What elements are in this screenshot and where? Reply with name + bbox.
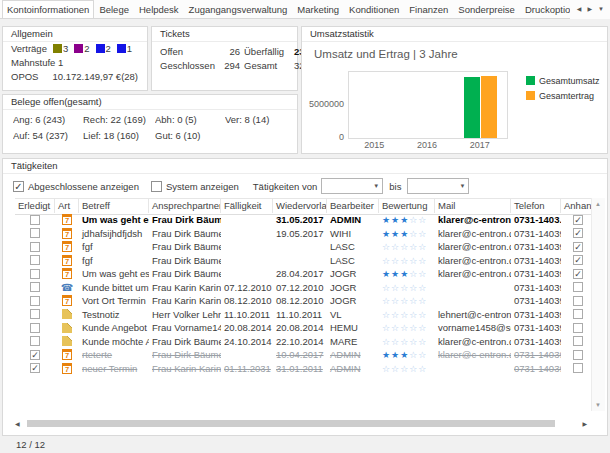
belege-grid: Ang: 6 (243) Auf: 54 (237) Rech: 22 (169…	[3, 110, 297, 144]
table-row[interactable]: 7Vort Ort TerminFrau Karin Karin08.12.20…	[15, 294, 595, 308]
scroll-up-icon[interactable]: ▲	[595, 201, 601, 207]
vertraege-label: Verträge	[11, 43, 47, 54]
calendar-icon: 7	[62, 349, 72, 360]
tab-more-icon[interactable]: ▼	[598, 6, 604, 12]
cell-mail: klarer@c-entron.de	[435, 213, 511, 227]
erledigt-checkbox[interactable]	[30, 255, 40, 265]
erledigt-checkbox[interactable]	[30, 269, 40, 279]
cell-betreff: jdhafsijhdfjdsh	[79, 227, 149, 241]
column-header-telefon[interactable]: Telefon	[511, 199, 561, 213]
table-row[interactable]: ✓7neuer TerminFrau Karin Karin01.11.2031…	[15, 362, 595, 376]
show-system-checkbox[interactable]	[151, 181, 162, 192]
calendar-icon: 7	[62, 214, 72, 225]
anhang-checkbox[interactable]	[573, 282, 583, 292]
table-row[interactable]: 7fgfFrau Dirk BäumerLASC☆☆☆☆☆klarer@c-en…	[15, 240, 595, 254]
column-header-betreff[interactable]: Betreff	[79, 199, 149, 213]
vertical-scrollbar[interactable]: ▲ ▼	[591, 198, 605, 411]
table-row[interactable]: ✓7rteterteFrau Dirk Bäumer10.04.2017ADMI…	[15, 348, 595, 362]
column-header-ansprechpartner[interactable]: Ansprechpartner	[149, 199, 221, 213]
column-header-art[interactable]: Art	[55, 199, 79, 213]
cell-bearbeiter: VL	[327, 308, 379, 322]
erledigt-checkbox[interactable]: ✓	[30, 363, 40, 373]
column-header-anhang[interactable]: Anhang	[561, 199, 595, 213]
contract-color-swatch	[117, 44, 126, 53]
tab-helpdesk[interactable]: Helpdesk	[134, 0, 184, 19]
anhang-checkbox[interactable]	[573, 350, 583, 360]
cell-anhang: ✓	[561, 215, 595, 225]
table-row[interactable]: ☎Kunde bittet um R...Frau Karin Karin07.…	[15, 281, 595, 295]
calendar-icon: 7	[62, 241, 72, 252]
scroll-left-icon[interactable]: ◀	[15, 420, 20, 427]
anhang-checkbox[interactable]: ✓	[573, 269, 583, 279]
anhang-checkbox[interactable]: ✓	[573, 255, 583, 265]
star-icon: ☆	[391, 310, 400, 320]
cell-erledigt	[15, 282, 55, 292]
table-row[interactable]: Kunde möchte Ang...Frau Dirk Bäumer24.10…	[15, 335, 595, 349]
table-row[interactable]: 7Um was geht esFrau Dirk Bäumer31.05.201…	[15, 213, 595, 227]
table-row[interactable]: 7fgfFrau Dirk BäumerLASC☆☆☆☆☆klarer@c-en…	[15, 254, 595, 268]
tab-zugangangsverwaltung[interactable]: Zugangangsverwaltung	[184, 0, 293, 19]
vertraege-swatches: 3221	[47, 43, 132, 54]
legend-swatch	[526, 91, 535, 100]
anhang-checkbox[interactable]	[573, 323, 583, 333]
phone-icon: ☎	[61, 282, 73, 293]
erledigt-checkbox[interactable]	[30, 336, 40, 346]
column-header-bewertung[interactable]: Bewertung	[379, 199, 435, 213]
erledigt-checkbox[interactable]	[30, 215, 40, 225]
erledigt-checkbox[interactable]	[30, 296, 40, 306]
tab-sonderpreise[interactable]: Sonderpreise	[453, 0, 520, 19]
tab-finanzen[interactable]: Finanzen	[404, 0, 453, 19]
horizontal-scrollbar[interactable]: ◀ ▶	[15, 418, 587, 429]
cell-bearbeiter: LASC	[327, 254, 379, 268]
legend-item: Gesamtumsatz	[526, 73, 600, 88]
panel-tickets-title: Tickets	[152, 27, 297, 42]
table-row[interactable]: Kunde Angebot ExchFrau Vorname1458 .20.0…	[15, 321, 595, 335]
cell-telefon: 0731-14039...	[511, 335, 561, 349]
anhang-checkbox[interactable]: ✓	[573, 242, 583, 252]
scroll-right-icon[interactable]: ▶	[582, 420, 587, 427]
cell-mail: klarer@c-entron.de	[435, 254, 511, 268]
erledigt-checkbox[interactable]	[30, 228, 40, 238]
erledigt-checkbox[interactable]	[30, 282, 40, 292]
scroll-down-icon[interactable]: ▼	[595, 402, 601, 408]
tab-konditionen[interactable]: Konditionen	[344, 0, 404, 19]
column-header-mail[interactable]: Mail	[435, 199, 511, 213]
tab-belege[interactable]: Belege	[94, 0, 134, 19]
chevron-down-icon: ▼	[373, 183, 379, 189]
tab-scroll-right-icon[interactable]: ▶	[587, 6, 592, 12]
table-row[interactable]: 7jdhafsijhdfjdshFrau Dirk Bäumer19.05.20…	[15, 227, 595, 241]
column-header-fälligkeit[interactable]: Fälligkeit	[221, 199, 273, 213]
y-tick-label: 0	[302, 132, 344, 142]
column-header-wiedervorlage[interactable]: Wiedervorlage	[273, 199, 327, 213]
cell-erledigt	[15, 242, 55, 252]
mahnstufe-line: Mahnstufe 1	[3, 56, 147, 70]
anhang-checkbox[interactable]	[573, 296, 583, 306]
date-from-dropdown[interactable]: ▼	[321, 178, 383, 194]
tab-scroll-left-icon[interactable]: ◀	[577, 6, 582, 12]
anhang-checkbox[interactable]	[573, 363, 583, 373]
tab-bar: KontoinformationenBelegeHelpdeskZugangan…	[0, 0, 610, 19]
erledigt-checkbox[interactable]	[30, 309, 40, 319]
erledigt-checkbox[interactable]	[30, 323, 40, 333]
erledigt-checkbox[interactable]: ✓	[30, 350, 40, 360]
star-icon: ★	[400, 215, 409, 225]
scrollbar-thumb[interactable]	[27, 420, 555, 427]
table-row[interactable]: TestnotizHerr Volker Lehnert11.10.201111…	[15, 308, 595, 322]
show-completed-checkbox[interactable]: ✓	[13, 181, 24, 192]
table-row[interactable]: 7Um was geht esFrau Dirk Bäumer28.04.201…	[15, 267, 595, 281]
legend-label: Gesamtertrag	[539, 91, 594, 101]
cell-erledigt	[15, 309, 55, 319]
tab-kontoinformationen[interactable]: Kontoinformationen	[2, 0, 94, 19]
tab-marketing[interactable]: Marketing	[292, 0, 344, 19]
column-header-bearbeiter[interactable]: Bearbeiter	[327, 199, 379, 213]
column-header-erledigt[interactable]: Erledigt	[15, 199, 55, 213]
anhang-checkbox[interactable]: ✓	[573, 228, 583, 238]
star-icon: ☆	[400, 364, 409, 374]
date-to-dropdown[interactable]: ▼	[407, 178, 469, 194]
star-icon: ☆	[382, 283, 391, 293]
erledigt-checkbox[interactable]	[30, 242, 40, 252]
anhang-checkbox[interactable]: ✓	[573, 215, 583, 225]
star-icon: ☆	[409, 350, 418, 360]
anhang-checkbox[interactable]	[573, 309, 583, 319]
anhang-checkbox[interactable]	[573, 336, 583, 346]
